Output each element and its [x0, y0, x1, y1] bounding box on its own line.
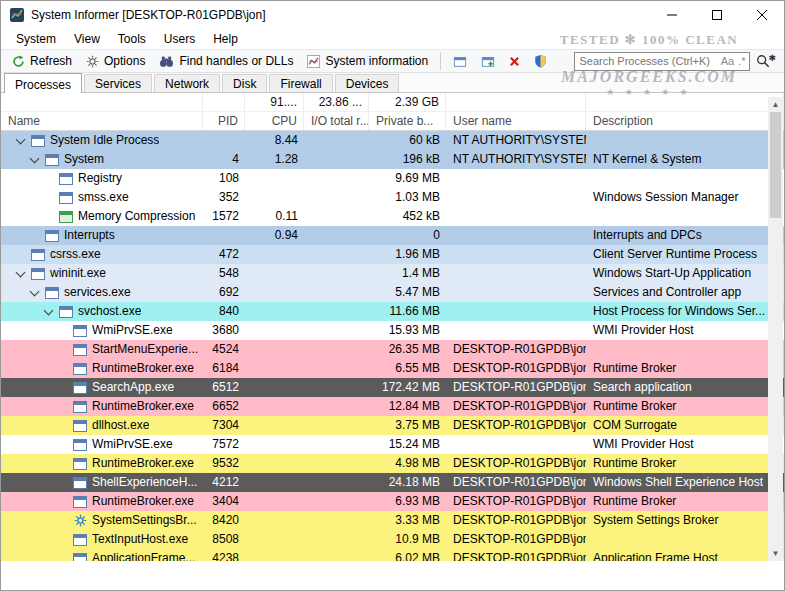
process-row[interactable]: services.exe6925.47 MBServices and Contr…	[1, 283, 784, 302]
process-priv: 3.75 MB	[369, 416, 446, 435]
menu-view[interactable]: View	[65, 30, 109, 48]
process-cpu	[245, 169, 304, 188]
process-name: System Idle Process	[50, 131, 159, 150]
process-window-icon	[45, 287, 59, 299]
process-io	[304, 207, 369, 226]
process-row[interactable]: wininit.exe5481.4 MBWindows Start-Up App…	[1, 264, 784, 283]
column-header-description[interactable]: Description	[586, 93, 784, 130]
process-row[interactable]: WmiPrvSE.exe368015.93 MBWMI Provider Hos…	[1, 321, 784, 340]
process-row[interactable]: SearchApp.exe6512172.42 MBDESKTOP-R01GPD…	[1, 378, 784, 397]
scrollbar-track[interactable]	[768, 218, 783, 546]
process-row[interactable]: Memory Compression15720.11452 kB	[1, 207, 784, 226]
scroll-up-arrow[interactable]: ▲	[768, 97, 783, 112]
process-row[interactable]: svchost.exe84011.66 MBHost Process for W…	[1, 302, 784, 321]
process-priv: 26.35 MB	[369, 340, 446, 359]
expander-chevron-icon[interactable]	[16, 267, 26, 277]
expander-chevron-icon[interactable]	[44, 305, 54, 315]
refresh-button[interactable]: Refresh	[5, 50, 79, 72]
tab-devices[interactable]: Devices	[335, 74, 400, 92]
column-header-user-name[interactable]: User name	[446, 93, 586, 130]
process-cpu	[245, 454, 304, 473]
tab-processes[interactable]: Processes	[4, 73, 82, 93]
process-row[interactable]: StartMenuExperie...452426.35 MBDESKTOP-R…	[1, 340, 784, 359]
terminate-button[interactable]	[502, 50, 527, 72]
tab-services[interactable]: Services	[84, 74, 152, 92]
regex-toggle[interactable]: .*	[738, 55, 745, 67]
tab-network[interactable]: Network	[154, 74, 220, 92]
process-user	[446, 283, 586, 302]
options-button[interactable]: Options	[79, 50, 152, 72]
process-row[interactable]: ApplicationFrame...42386.02 MBDESKTOP-R0…	[1, 549, 784, 561]
process-row[interactable]: System41.28196 kBNT AUTHORITY\SYSTEMNT K…	[1, 150, 784, 169]
scroll-down-arrow[interactable]: ▼	[768, 546, 783, 561]
process-pid: 108	[203, 169, 245, 188]
expander-chevron-icon[interactable]	[16, 134, 26, 144]
process-desc: COM Surrogate	[586, 416, 784, 435]
process-row[interactable]: TextInputHost.exe850810.9 MBDESKTOP-R01G…	[1, 530, 784, 549]
column-header-private-bytes[interactable]: 2.39 GB Private b...	[369, 93, 446, 130]
table-header: Name PID 91.... CPU 23.86 ... I/O total …	[1, 93, 784, 131]
expander-chevron-icon[interactable]	[30, 153, 40, 163]
column-header-name[interactable]: Name	[1, 93, 203, 130]
process-row[interactable]: RuntimeBroker.exe61846.55 MBDESKTOP-R01G…	[1, 359, 784, 378]
process-pid: 7572	[203, 435, 245, 454]
system-information-button[interactable]: System information	[300, 50, 435, 72]
menu-help[interactable]: Help	[204, 30, 247, 48]
process-desc: Client Server Runtime Process	[586, 245, 784, 264]
process-row[interactable]: dllhost.exe73043.75 MBDESKTOP-R01GPDB\jo…	[1, 416, 784, 435]
process-row[interactable]: Registry1089.69 MB	[1, 169, 784, 188]
process-row[interactable]: ShellExperienceH...421224.18 MBDESKTOP-R…	[1, 473, 784, 492]
process-row[interactable]: System Idle Process8.4460 kBNT AUTHORITY…	[1, 131, 784, 150]
process-row[interactable]: Interrupts0.940Interrupts and DPCs	[1, 226, 784, 245]
column-header-cpu[interactable]: 91.... CPU	[245, 93, 304, 130]
menu-system[interactable]: System	[7, 30, 65, 48]
window-plus-icon	[481, 55, 495, 68]
vertical-scrollbar[interactable]: ▲ ▼	[768, 97, 783, 561]
menu-users[interactable]: Users	[155, 30, 204, 48]
maximize-button[interactable]	[694, 1, 739, 29]
process-table-body: System Idle Process8.4460 kBNT AUTHORITY…	[1, 131, 784, 561]
process-row[interactable]: RuntimeBroker.exe665212.84 MBDESKTOP-R01…	[1, 397, 784, 416]
process-name: RuntimeBroker.exe	[92, 492, 194, 511]
process-user	[446, 169, 586, 188]
window-title: System Informer [DESKTOP-R01GPDB\jon]	[31, 8, 649, 22]
refresh-icon	[12, 55, 25, 68]
process-row[interactable]: RuntimeBroker.exe95324.98 MBDESKTOP-R01G…	[1, 454, 784, 473]
menu-tools[interactable]: Tools	[109, 30, 155, 48]
process-priv: 24.18 MB	[369, 473, 446, 492]
process-row[interactable]: WmiPrvSE.exe757215.24 MBWMI Provider Hos…	[1, 435, 784, 454]
process-row[interactable]: csrss.exe4721.96 MBClient Server Runtime…	[1, 245, 784, 264]
process-priv: 1.03 MB	[369, 188, 446, 207]
search-magnifier-icon[interactable]: ✱	[756, 54, 776, 68]
process-name: csrss.exe	[50, 245, 101, 264]
elevate-button[interactable]	[527, 50, 554, 72]
process-row[interactable]: RuntimeBroker.exe34046.93 MBDESKTOP-R01G…	[1, 492, 784, 511]
match-case-toggle[interactable]: Aa	[721, 55, 734, 67]
search-box[interactable]: Aa .*	[574, 52, 750, 71]
find-handles-button[interactable]: Find handles or DLLs	[152, 50, 300, 72]
process-pid: 4238	[203, 549, 245, 561]
column-label: Name	[1, 112, 202, 130]
search-input[interactable]	[579, 55, 716, 67]
process-desc: WMI Provider Host	[586, 435, 784, 454]
column-header-pid[interactable]: PID	[203, 93, 245, 130]
process-name: services.exe	[64, 283, 131, 302]
process-window-icon	[73, 382, 87, 394]
titlebar[interactable]: System Informer [DESKTOP-R01GPDB\jon]	[1, 1, 784, 29]
minimize-button[interactable]	[649, 1, 694, 29]
column-total	[1, 93, 202, 112]
column-header-io-total[interactable]: 23.86 ... I/O total r...	[304, 93, 369, 130]
tab-firewall[interactable]: Firewall	[269, 74, 332, 92]
process-user: DESKTOP-R01GPDB\jon	[446, 530, 586, 549]
process-row[interactable]: smss.exe3521.03 MBWindows Session Manage…	[1, 188, 784, 207]
always-on-top-button[interactable]	[446, 50, 474, 72]
process-pid: 6512	[203, 378, 245, 397]
process-window-icon	[73, 325, 87, 337]
expander-chevron-icon[interactable]	[30, 286, 40, 296]
process-row[interactable]: SystemSettingsBr...84203.33 MBDESKTOP-R0…	[1, 511, 784, 530]
tab-disk[interactable]: Disk	[222, 74, 267, 92]
new-window-button[interactable]	[474, 50, 502, 72]
process-desc	[586, 340, 784, 359]
close-button[interactable]	[739, 1, 784, 29]
scrollbar-thumb[interactable]	[770, 112, 781, 218]
